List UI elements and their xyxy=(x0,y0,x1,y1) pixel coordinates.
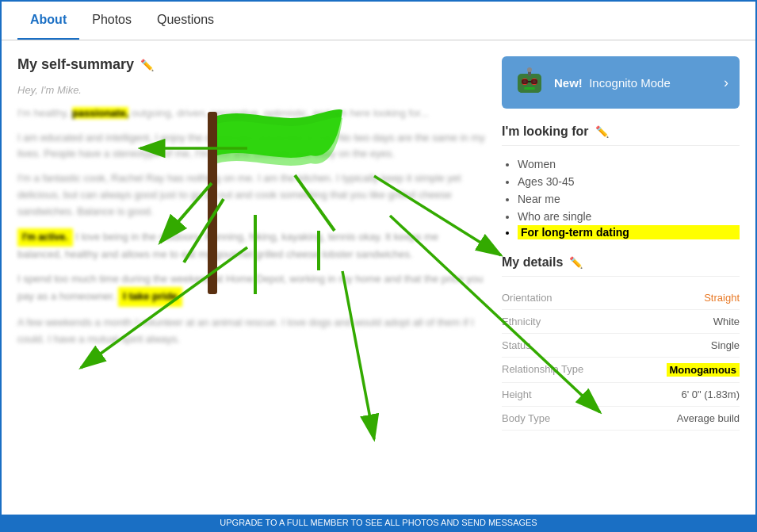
svg-rect-16 xyxy=(522,79,528,84)
details-title: My details ✏️ xyxy=(502,255,740,277)
detail-label: Relationship Type xyxy=(502,363,583,377)
list-item: Women xyxy=(518,155,740,173)
tab-photos[interactable]: Photos xyxy=(79,2,144,40)
looking-for-title: I'm looking for ✏️ xyxy=(502,124,740,146)
tab-questions[interactable]: Questions xyxy=(144,2,227,40)
detail-value-highlighted: Monogamous xyxy=(667,363,740,377)
list-item-highlighted: For long-term dating xyxy=(518,225,740,239)
detail-row-relationship-type: Relationship Type Monogamous xyxy=(502,358,740,383)
profile-para-3: I am educated and intelligent, I enjoy t… xyxy=(17,130,486,163)
detail-label: Orientation xyxy=(502,292,552,304)
looking-for-list: Women Ages 30-45 Near me Who are single … xyxy=(502,155,740,239)
incognito-mode-label: Incognito Mode xyxy=(589,76,671,90)
svg-rect-17 xyxy=(531,79,537,84)
looking-for-label: I'm looking for xyxy=(502,124,589,139)
passionate-highlight: passionate, xyxy=(72,107,129,119)
self-summary-label: My self-summary xyxy=(17,56,134,73)
details-edit-icon[interactable]: ✏️ xyxy=(569,256,583,269)
svg-point-15 xyxy=(527,67,532,72)
detail-label: Ethnicity xyxy=(502,316,541,327)
detail-value: 6' 0" (1.83m) xyxy=(681,388,740,400)
detail-value: White xyxy=(713,316,740,327)
detail-row-orientation: Orientation Straight xyxy=(502,286,740,310)
details-label: My details xyxy=(502,255,563,270)
incognito-text: New! Incognito Mode xyxy=(554,76,716,90)
profile-para-2: I'm healthy, passionate, outgoing, drive… xyxy=(17,105,486,122)
tab-bar: About Photos Questions xyxy=(2,2,755,40)
detail-row-body-type: Body Type Average build xyxy=(502,407,740,431)
detail-value: Straight xyxy=(704,292,740,304)
detail-label: Status xyxy=(502,339,531,351)
looking-for-section: I'm looking for ✏️ Women Ages 30-45 Near… xyxy=(502,124,740,239)
tab-about[interactable]: About xyxy=(17,2,79,40)
main-content: My self-summary ✏️ Hey, I'm Mike. I'm he… xyxy=(2,40,755,446)
detail-row-height: Height 6' 0" (1.83m) xyxy=(502,383,740,407)
active-annotation: I'm active. xyxy=(17,228,73,247)
profile-para-7: A few weekends a month I volunteer at an… xyxy=(17,315,486,348)
robot-icon xyxy=(513,66,546,99)
profile-para-4: I'm a fantastic cook, Rachel Ray has not… xyxy=(17,170,486,220)
right-column: New! Incognito Mode › I'm looking for ✏️… xyxy=(502,56,740,431)
incognito-chevron-icon[interactable]: › xyxy=(724,75,728,91)
self-summary-edit-icon[interactable]: ✏️ xyxy=(140,59,154,71)
bottom-bar-text: UPGRADE TO A FULL MEMBER TO SEE ALL PHOT… xyxy=(220,518,537,527)
looking-for-edit-icon[interactable]: ✏️ xyxy=(595,125,609,138)
self-summary-title: My self-summary ✏️ xyxy=(17,56,486,73)
list-item: Who are single xyxy=(518,208,740,225)
list-item: Ages 30-45 xyxy=(518,173,740,190)
detail-row-status: Status Single xyxy=(502,334,740,358)
incognito-banner[interactable]: New! Incognito Mode › xyxy=(502,56,740,109)
svg-rect-8 xyxy=(518,74,541,93)
list-item: Near me xyxy=(518,190,740,208)
profile-para-1: Hey, I'm Mike. xyxy=(17,82,486,99)
detail-label: Body Type xyxy=(502,412,550,424)
new-badge: New! xyxy=(554,76,583,90)
profile-para-5: I'm active. I love being in the outdoors… xyxy=(17,228,486,263)
details-section: My details ✏️ Orientation Straight Ethni… xyxy=(502,255,740,431)
left-column: My self-summary ✏️ Hey, I'm Mike. I'm he… xyxy=(17,56,486,431)
detail-row-ethnicity: Ethnicity White xyxy=(502,310,740,334)
profile-para-6: I spend too much time during the weekend… xyxy=(17,271,486,308)
pride-annotation: I take pride xyxy=(118,287,182,307)
bottom-bar[interactable]: UPGRADE TO A FULL MEMBER TO SEE ALL PHOT… xyxy=(2,515,755,530)
detail-value: Single xyxy=(711,339,740,351)
detail-value: Average build xyxy=(677,412,740,424)
svg-rect-13 xyxy=(524,87,535,90)
detail-label: Height xyxy=(502,388,532,400)
